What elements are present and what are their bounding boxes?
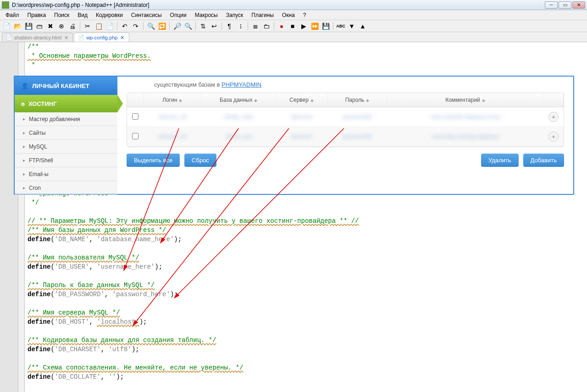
expand-row-icon[interactable]: + (548, 132, 559, 142)
table-row: siteuser_db sitedb_main dbserver passwor… (127, 107, 564, 127)
row-checkbox[interactable] (132, 113, 138, 120)
tab-close-icon[interactable]: ✕ (63, 35, 69, 40)
col-login[interactable]: Логин◆ (144, 93, 201, 107)
menu-help[interactable]: ? (299, 11, 310, 19)
hosting-panel-content: существующим базам в PHPMYADMIN Логин◆ Б… (117, 77, 573, 194)
app-icon (2, 1, 9, 9)
code-text: /** (25, 43, 39, 50)
reset-button[interactable]: Сброс (184, 154, 216, 167)
redo-icon[interactable]: ↷ (131, 22, 140, 31)
open-file-icon[interactable]: 📂 (13, 22, 22, 31)
hosting-panel-overlay: 👤 ЛИЧНЫЙ КАБИНЕТ ⌾ ХОСТИНГ ▸Мастер добав… (14, 76, 574, 195)
close-button[interactable]: ✕ (572, 1, 585, 9)
chevron-right-icon: ▸ (23, 116, 25, 121)
menu-bar: Файл Правка Поиск Вид Кодировки Синтакси… (0, 10, 587, 20)
spellcheck-icon[interactable]: ABC (336, 22, 345, 31)
tab-close-icon[interactable]: ✕ (120, 35, 125, 40)
chevron-right-icon: ▸ (23, 158, 25, 163)
info-text: существующим базам в PHPMYADMIN (127, 79, 564, 93)
phpmyadmin-link[interactable]: PHPMYADMIN (222, 81, 261, 88)
save-all-icon[interactable]: 🗃 (35, 22, 44, 31)
hosting-sidebar: 👤 ЛИЧНЫЙ КАБИНЕТ ⌾ ХОСТИНГ ▸Мастер добав… (15, 77, 117, 194)
tab-label: shablon-stranicy.html (14, 35, 61, 40)
tab-label: wp-config.php (86, 35, 118, 40)
dashboard-icon: ⌾ (21, 100, 25, 107)
menu-file[interactable]: Файл (2, 11, 23, 19)
menu-options[interactable]: Опции (166, 11, 190, 19)
col-server[interactable]: Сервер◆ (276, 93, 327, 107)
sync-scroll-icon[interactable]: ⇅ (199, 22, 208, 31)
new-file-icon[interactable]: 📄 (2, 22, 11, 31)
sort-icon: ◆ (179, 98, 182, 103)
sort-icon: ◆ (310, 98, 314, 103)
db-table: Логин◆ База данных◆ Сервер◆ Пароль◆ Комм… (127, 93, 564, 147)
file-icon: 📄 (6, 34, 12, 40)
next-error-icon[interactable]: ▼ (347, 22, 356, 31)
sidebar-account[interactable]: 👤 ЛИЧНЫЙ КАБИНЕТ (15, 77, 117, 95)
window-title: D:\wordpress\wp-config.php - Notepad++ [… (12, 2, 545, 8)
menu-macros[interactable]: Макросы (191, 11, 222, 19)
sidebar-item-sites[interactable]: ▸Сайты (15, 126, 117, 140)
col-db[interactable]: База данных◆ (201, 93, 276, 107)
menu-search[interactable]: Поиск (50, 11, 73, 19)
menu-syntax[interactable]: Синтаксисы (127, 11, 166, 19)
row-checkbox[interactable] (132, 133, 138, 139)
record-macro-icon[interactable]: ● (277, 22, 286, 31)
tab-bar: 📄 shablon-stranicy.html ✕ 📄 wp-config.ph… (0, 32, 587, 42)
menu-view[interactable]: Вид (74, 11, 91, 19)
col-comment[interactable]: Комментарий◆ (388, 93, 543, 107)
play-multi-icon[interactable]: ⏩ (310, 22, 319, 31)
sidebar-item-ftp[interactable]: ▸FTP/Shell (15, 154, 117, 167)
col-pass[interactable]: Пароль◆ (327, 93, 388, 107)
play-macro-icon[interactable]: ▶ (299, 22, 308, 31)
zoom-out-icon[interactable]: 🔍 (183, 22, 193, 31)
indent-guide-icon[interactable]: ⫶ (236, 22, 245, 31)
sidebar-item-cron[interactable]: ▸Cron (15, 181, 117, 195)
add-button[interactable]: Добавить (523, 154, 564, 167)
sidebar-item-mysql[interactable]: ▸MySQL (15, 140, 117, 154)
find-icon[interactable]: 🔍 (146, 22, 155, 31)
zoom-in-icon[interactable]: 🔎 (172, 22, 182, 31)
chevron-right-icon: ▸ (23, 185, 25, 190)
sort-icon: ◆ (482, 98, 485, 103)
user-icon: 👤 (21, 83, 28, 89)
save-icon[interactable]: 💾 (24, 22, 33, 31)
maximize-button[interactable]: ▭ (559, 1, 571, 9)
print-icon[interactable]: 🖨 (68, 22, 77, 31)
close-all-icon[interactable]: ⊗ (57, 22, 66, 31)
hidden-chars-icon[interactable]: ¶ (225, 22, 234, 31)
minimize-button[interactable]: ─ (545, 1, 558, 9)
expand-row-icon[interactable]: + (548, 112, 559, 122)
paste-icon[interactable]: 📄 (105, 22, 114, 31)
sort-icon: ◆ (366, 98, 369, 103)
sidebar-hosting[interactable]: ⌾ ХОСТИНГ (15, 95, 117, 112)
tab-wpconfig[interactable]: 📄 wp-config.php ✕ (74, 33, 129, 42)
menu-edit[interactable]: Правка (24, 11, 50, 19)
menu-windows[interactable]: Окна (278, 11, 299, 19)
wrap-icon[interactable]: ↩ (210, 22, 219, 31)
chevron-right-icon: ▸ (23, 130, 25, 135)
chevron-right-icon: ▸ (23, 171, 25, 177)
func-list-icon[interactable]: ≣ (251, 22, 260, 31)
table-row: siteuser_02 sitedb_test dbserver passwor… (127, 127, 564, 147)
chevron-right-icon: ▸ (23, 144, 25, 149)
prev-error-icon[interactable]: ▲ (358, 22, 367, 31)
sidebar-item-email[interactable]: ▸Email-ы (15, 167, 117, 181)
copy-icon[interactable]: 📋 (94, 22, 103, 31)
select-all-button[interactable]: Выделить все (127, 154, 180, 167)
window-titlebar: D:\wordpress\wp-config.php - Notepad++ [… (0, 0, 587, 10)
toolbar: 📄 📂 💾 🗃 ✖ ⊗ 🖨 ✂ 📋 📄 ↶ ↷ 🔍 🔁 🔎 🔍 ⇅ ↩ ¶ ⫶ … (0, 20, 587, 32)
undo-icon[interactable]: ↶ (120, 22, 129, 31)
cut-icon[interactable]: ✂ (83, 22, 92, 31)
close-file-icon[interactable]: ✖ (46, 22, 55, 31)
sidebar-item-wizard[interactable]: ▸Мастер добавления (15, 112, 117, 126)
menu-encoding[interactable]: Кодировки (92, 11, 127, 19)
delete-button[interactable]: Удалить (481, 154, 519, 167)
tab-shablon[interactable]: 📄 shablon-stranicy.html ✕ (2, 33, 73, 42)
save-macro-icon[interactable]: 💾 (321, 22, 330, 31)
menu-run[interactable]: Запуск (222, 11, 247, 19)
replace-icon[interactable]: 🔁 (157, 22, 166, 31)
stop-macro-icon[interactable]: ■ (288, 22, 297, 31)
folder-view-icon[interactable]: 🗀 (262, 22, 271, 31)
menu-plugins[interactable]: Плагины (248, 11, 277, 19)
